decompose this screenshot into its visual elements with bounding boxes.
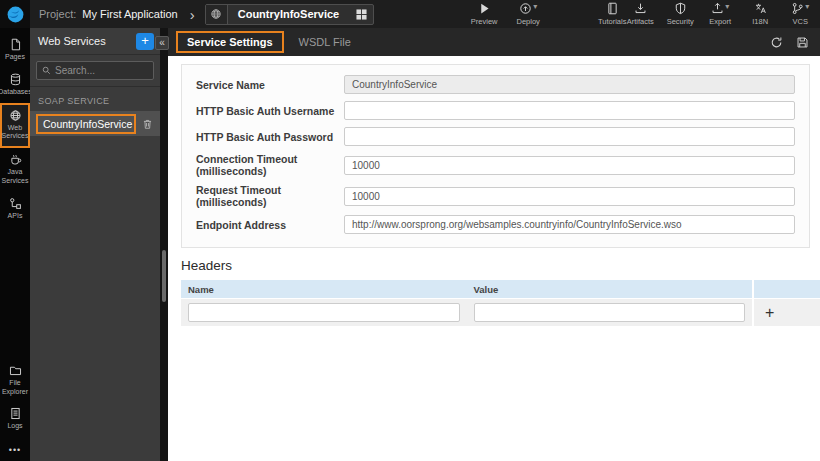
http-password-field-label: HTTP Basic Auth Password <box>196 131 344 143</box>
rail-label: Pages <box>5 53 25 62</box>
database-icon <box>9 73 22 86</box>
add-header-button[interactable]: + <box>761 306 778 320</box>
deploy-button[interactable]: ▾ Deploy <box>514 2 542 26</box>
form-row: Endpoint Address <box>196 215 795 234</box>
form-row: Service Name <box>196 75 795 94</box>
project-name-label[interactable]: My First Application <box>82 8 177 20</box>
artifacts-button[interactable]: Artifacts <box>626 2 654 26</box>
search-input[interactable] <box>55 65 148 76</box>
http-password-input[interactable] <box>344 127 795 146</box>
panel-header: Web Services + <box>30 28 160 55</box>
globe-icon <box>206 5 228 24</box>
form-row: HTTP Basic Auth Password <box>196 127 795 146</box>
i18n-label: I18N <box>752 17 768 26</box>
search-box[interactable] <box>36 61 154 80</box>
preview-label: Preview <box>471 17 498 26</box>
service-name-label[interactable]: CountryInfoService <box>36 114 136 134</box>
git-branch-icon <box>791 2 804 15</box>
rail-label: Web Services <box>2 124 29 142</box>
table-row-actions: + <box>752 299 820 326</box>
play-icon <box>478 2 491 15</box>
download-icon <box>634 2 647 15</box>
header-value-input[interactable] <box>474 303 746 322</box>
request-timeout-field-label: Request Timeout (milliseconds) <box>196 184 344 208</box>
connection-timeout-input[interactable] <box>344 156 795 175</box>
search-icon <box>42 66 51 75</box>
rail-label: Databases <box>0 88 32 97</box>
scrollbar-thumb[interactable] <box>162 250 166 302</box>
book-icon <box>606 2 619 15</box>
form-row: Request Timeout (milliseconds) <box>196 184 795 208</box>
header-col-name: Name <box>181 280 467 298</box>
endpoint-address-input[interactable] <box>344 215 795 234</box>
export-button[interactable]: ▾ Export <box>706 2 734 26</box>
tab-wsdl-file[interactable]: WSDL File <box>290 33 360 51</box>
tab-bar-actions <box>770 36 809 49</box>
collapse-panel-button[interactable]: « <box>155 36 169 50</box>
service-settings-form: Service Name HTTP Basic Auth Username HT… <box>181 64 810 248</box>
search-wrap <box>30 55 160 87</box>
sidebar-item-apis[interactable]: APIs <box>0 192 30 227</box>
security-button[interactable]: Security <box>666 2 694 26</box>
trash-icon[interactable] <box>142 118 153 130</box>
chevron-down-icon: ▾ <box>533 2 537 12</box>
tutorials-label: Tutorials <box>598 17 626 26</box>
add-service-button[interactable]: + <box>136 33 154 50</box>
export-label: Export <box>709 17 731 26</box>
upload-icon <box>711 2 724 15</box>
sidebar-item-web-services[interactable]: Web Services <box>0 103 30 149</box>
sidebar-item-file-explorer[interactable]: File Explorer <box>0 359 30 403</box>
rail-label: APIs <box>8 212 23 221</box>
request-timeout-input[interactable] <box>344 187 795 206</box>
service-name-input <box>344 75 795 94</box>
chevron-down-icon: ▾ <box>725 2 729 12</box>
soap-service-section-label: SOAP SERVICE <box>30 87 160 111</box>
http-username-input[interactable] <box>344 101 795 120</box>
save-icon[interactable] <box>796 36 809 49</box>
grid-icon[interactable] <box>349 9 373 20</box>
panel-title: Web Services <box>38 35 106 47</box>
vcs-button[interactable]: ▾ VCS <box>786 2 814 26</box>
service-tab-label: CountryInfoService <box>228 8 349 20</box>
panel-divider: « <box>160 28 168 461</box>
sidebar-item-logs[interactable]: Logs <box>0 402 30 437</box>
cloud-upload-icon <box>519 2 532 15</box>
api-connector-icon <box>9 197 22 210</box>
tab-service-settings[interactable]: Service Settings <box>176 31 284 53</box>
shield-icon <box>674 2 687 15</box>
service-list-item[interactable]: CountryInfoService <box>30 111 160 136</box>
service-tab-bar: Service Settings WSDL File <box>168 28 820 56</box>
coffee-cup-icon <box>9 153 22 166</box>
left-icon-rail: Pages Databases Web Services Java Servic… <box>0 28 30 461</box>
project-prefix-label: Project: <box>39 8 76 20</box>
main-area: Service Settings WSDL File Service Name … <box>168 28 820 461</box>
service-name-field-label: Service Name <box>196 79 344 91</box>
preview-button[interactable]: Preview <box>470 2 498 26</box>
open-service-tab[interactable]: CountryInfoService <box>205 4 374 25</box>
i18n-button[interactable]: I18N <box>746 2 774 26</box>
sidebar-item-databases[interactable]: Databases <box>0 68 30 103</box>
reload-icon[interactable] <box>770 36 783 49</box>
rail-label: Java Services <box>0 168 30 186</box>
headers-table: Name Value + <box>181 280 820 326</box>
rail-label: Logs <box>7 422 22 431</box>
deploy-label: Deploy <box>517 17 540 26</box>
more-options-icon[interactable]: ••• <box>9 437 21 457</box>
log-file-icon <box>9 407 22 420</box>
web-services-panel: Web Services + SOAP SERVICE CountryInfoS… <box>30 28 160 461</box>
folder-icon <box>9 364 22 377</box>
http-username-field-label: HTTP Basic Auth Username <box>196 105 344 117</box>
endpoint-address-field-label: Endpoint Address <box>196 219 344 231</box>
pages-icon <box>9 38 22 51</box>
app-logo[interactable] <box>0 0 30 28</box>
breadcrumb: Project: My First Application <box>39 8 178 20</box>
main-row: Pages Databases Web Services Java Servic… <box>0 28 820 461</box>
header-name-input[interactable] <box>188 303 460 322</box>
table-row <box>467 299 753 326</box>
translate-icon <box>754 2 767 15</box>
security-label: Security <box>667 17 694 26</box>
sidebar-item-pages[interactable]: Pages <box>0 33 30 68</box>
tutorials-button[interactable]: Tutorials <box>598 2 626 26</box>
chevron-down-icon: ▾ <box>805 2 809 12</box>
sidebar-item-java-services[interactable]: Java Services <box>0 148 30 192</box>
